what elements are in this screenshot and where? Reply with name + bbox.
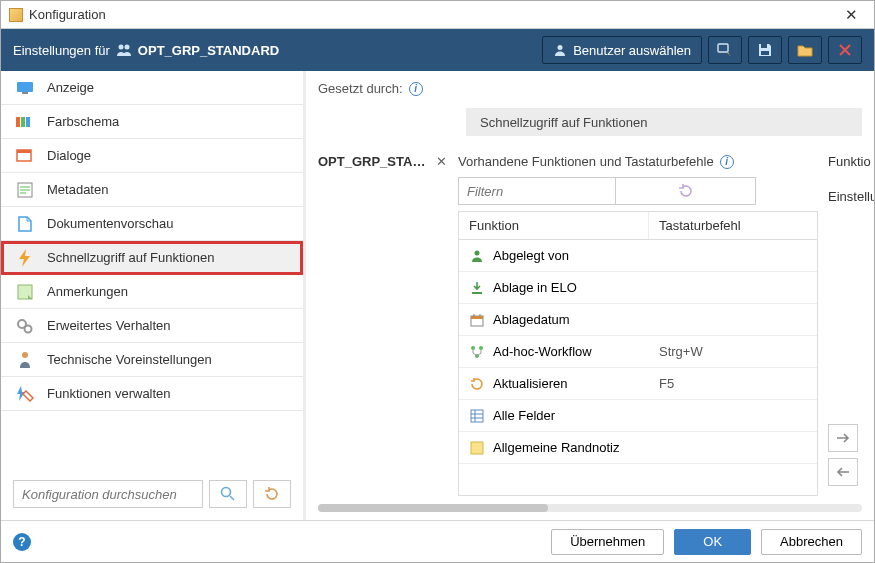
sidebar-item-label: Farbschema <box>47 114 119 129</box>
transfer-icon <box>717 43 733 57</box>
sidebar-reset-button[interactable] <box>253 480 291 508</box>
svg-point-1 <box>124 45 129 50</box>
svg-rect-7 <box>22 92 28 94</box>
sidebar-item-erweitert[interactable]: Erweitertes Verhalten <box>1 309 303 343</box>
calendar-icon <box>469 312 485 328</box>
folder-icon <box>797 44 813 57</box>
delete-button[interactable] <box>828 36 862 64</box>
cancel-button[interactable]: Abbrechen <box>761 529 862 555</box>
header-bar: Einstellungen für OPT_GRP_STANDARD Benut… <box>1 29 874 71</box>
col-shortcut-header[interactable]: Tastaturbefehl <box>649 212 817 239</box>
select-user-label: Benutzer auswählen <box>573 43 691 58</box>
filter-reset-button[interactable] <box>616 177 756 205</box>
sidebar-item-label: Metadaten <box>47 182 108 197</box>
save-icon <box>758 43 772 57</box>
arrow-right-icon <box>836 432 850 444</box>
footer: ? Übernehmen OK Abbrechen <box>1 520 874 562</box>
sidebar-search-button[interactable] <box>209 480 247 508</box>
sidebar-search-input[interactable] <box>13 480 203 508</box>
sidebar-item-metadaten[interactable]: Metadaten <box>1 173 303 207</box>
apply-button[interactable]: Übernehmen <box>551 529 664 555</box>
svg-point-0 <box>118 45 123 50</box>
sidebar-item-label: Anmerkungen <box>47 284 128 299</box>
filter-input[interactable] <box>458 177 616 205</box>
sidebar-item-label: Technische Voreinstellungen <box>47 352 212 367</box>
sidebar-item-dokumentenvorschau[interactable]: Dokumentenvorschau <box>1 207 303 241</box>
svg-rect-12 <box>17 150 31 153</box>
svg-rect-5 <box>761 51 769 55</box>
sidebar-item-label: Anzeige <box>47 80 94 95</box>
header-prefix: Einstellungen für <box>13 43 110 58</box>
sidebar-item-label: Erweitertes Verhalten <box>47 318 171 333</box>
move-left-button[interactable] <box>828 458 858 486</box>
svg-point-19 <box>25 325 32 332</box>
help-button[interactable]: ? <box>13 533 31 551</box>
sidebar-item-technisch[interactable]: Technische Voreinstellungen <box>1 343 303 377</box>
header-target: OPT_GRP_STANDARD <box>138 43 279 58</box>
table-row[interactable]: Aktualisieren F5 <box>459 368 817 400</box>
save-button[interactable] <box>748 36 782 64</box>
window-close-button[interactable]: ✕ <box>836 6 866 24</box>
form-icon <box>15 182 35 198</box>
sidebar-item-anmerkungen[interactable]: Anmerkungen <box>1 275 303 309</box>
svg-rect-8 <box>16 117 20 127</box>
table-row[interactable]: Abgelegt von <box>459 240 817 272</box>
search-icon <box>220 486 236 502</box>
select-user-button[interactable]: Benutzer auswählen <box>542 36 702 64</box>
col-function-header[interactable]: Funktion <box>459 212 649 239</box>
user-icon <box>553 43 567 57</box>
table-row[interactable]: Ad-hoc-Workflow Strg+W <box>459 336 817 368</box>
reset-icon <box>678 183 694 199</box>
document-icon <box>15 216 35 232</box>
table-row[interactable]: Alle Felder <box>459 400 817 432</box>
workflow-icon <box>469 344 485 360</box>
sidebar-item-dialoge[interactable]: Dialoge <box>1 139 303 173</box>
horizontal-scrollbar[interactable] <box>318 504 862 512</box>
move-right-button[interactable] <box>828 424 858 452</box>
scope-chip[interactable]: OPT_GRP_STAN... <box>318 154 430 169</box>
ok-button[interactable]: OK <box>674 529 751 555</box>
sidebar: Anzeige Farbschema Dialoge Metadaten Dok… <box>1 71 306 520</box>
scope-chip-close[interactable]: ✕ <box>436 154 447 169</box>
dialog-icon <box>15 149 35 163</box>
svg-point-21 <box>222 488 231 497</box>
svg-rect-9 <box>21 117 25 127</box>
sidebar-item-schnellzugriff[interactable]: Schnellzugriff auf Funktionen <box>1 241 303 275</box>
svg-point-2 <box>558 45 563 50</box>
title-bar: Konfiguration ✕ <box>1 1 874 29</box>
group-icon <box>116 43 132 57</box>
gears-icon <box>15 318 35 334</box>
functions-table: Funktion Tastaturbefehl Abgelegt von Abl… <box>458 211 818 496</box>
folder-button[interactable] <box>788 36 822 64</box>
sidebar-item-farbschema[interactable]: Farbschema <box>1 105 303 139</box>
palette-icon <box>15 115 35 129</box>
table-row[interactable]: Allgemeine Randnotiz <box>459 432 817 464</box>
manage-icon <box>15 386 35 402</box>
svg-point-23 <box>475 250 480 255</box>
set-by-label: Gesetzt durch: <box>318 81 403 96</box>
sidebar-item-label: Funktionen verwalten <box>47 386 171 401</box>
svg-line-22 <box>230 496 234 500</box>
main-panel: Gesetzt durch: i Schnellzugriff auf Funk… <box>306 71 874 520</box>
right-col-settings-label: Einstellu <box>828 189 874 204</box>
svg-rect-31 <box>471 410 483 422</box>
svg-point-29 <box>479 346 483 350</box>
refresh-icon <box>469 376 485 392</box>
svg-point-28 <box>471 346 475 350</box>
delete-icon <box>838 43 852 57</box>
table-row[interactable]: Ablage in ELO <box>459 272 817 304</box>
sidebar-item-funktionen-verwalten[interactable]: Funktionen verwalten <box>1 377 303 411</box>
transfer-button[interactable] <box>708 36 742 64</box>
svg-rect-35 <box>471 442 483 454</box>
info-icon[interactable]: i <box>720 155 734 169</box>
window-title: Konfiguration <box>29 7 106 22</box>
sidebar-item-anzeige[interactable]: Anzeige <box>1 71 303 105</box>
svg-rect-25 <box>471 316 483 319</box>
info-icon[interactable]: i <box>409 82 423 96</box>
svg-point-20 <box>22 352 28 358</box>
sidebar-item-label: Dialoge <box>47 148 91 163</box>
fields-icon <box>469 408 485 424</box>
note-icon <box>15 284 35 300</box>
table-row[interactable]: Ablagedatum <box>459 304 817 336</box>
available-functions-label: Vorhandene Funktionen und Tastaturbefehl… <box>458 154 714 169</box>
